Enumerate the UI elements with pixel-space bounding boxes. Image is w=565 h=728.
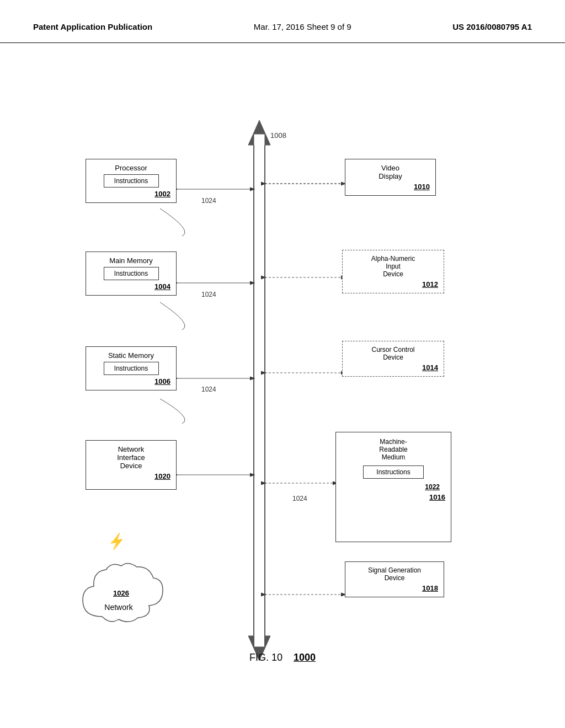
page-header: Patent Application Publication Mar. 17, …: [0, 0, 565, 43]
svg-text:1024: 1024: [201, 291, 216, 298]
machine-number: 1016: [342, 493, 445, 501]
video-box: VideoDisplay 1010: [345, 159, 436, 196]
header-publication: Patent Application Publication: [33, 22, 152, 31]
netif-box: NetworkInterfaceDevice 1020: [86, 440, 177, 490]
processor-instructions: Instructions: [104, 174, 159, 188]
netif-number: 1020: [92, 472, 170, 480]
staticmem-instructions: Instructions: [104, 362, 159, 375]
machine-title: Machine-ReadableMedium: [342, 438, 445, 461]
machine-box-outer: Machine-ReadableMedium Instructions 1022…: [335, 432, 451, 542]
signal-title: Signal GenerationDevice: [351, 566, 438, 582]
header-patent-number: US 2016/0080795 A1: [452, 22, 532, 31]
svg-marker-0: [248, 120, 270, 145]
cursor-number: 1014: [348, 363, 438, 372]
svg-text:1024: 1024: [201, 386, 216, 393]
alpha-box: Alpha-NumericInputDevice 1012: [342, 250, 444, 293]
mainmem-title: Main Memory: [92, 256, 170, 265]
diagram-container: 1008 1024 1024 1024 1024: [0, 49, 565, 672]
cursor-title: Cursor ControlDevice: [348, 346, 438, 361]
video-number: 1010: [351, 183, 430, 191]
staticmem-title: Static Memory: [92, 351, 170, 360]
machine-instructions: Instructions: [363, 465, 424, 479]
signal-box: Signal GenerationDevice 1018: [345, 561, 444, 597]
cursor-box: Cursor ControlDevice 1014: [342, 341, 444, 377]
figure-caption: FIG. 10 1000: [249, 652, 316, 663]
svg-text:1024: 1024: [292, 495, 307, 502]
staticmem-box: Static Memory Instructions 1006: [86, 346, 177, 390]
signal-number: 1018: [351, 584, 438, 592]
netif-title: NetworkInterfaceDevice: [92, 445, 170, 470]
processor-box: Processor Instructions 1002: [86, 159, 177, 203]
svg-text:1024: 1024: [201, 197, 216, 205]
lightning-icon: ⚡: [106, 531, 127, 551]
fig-number: 1000: [294, 652, 316, 663]
mainmem-instructions: Instructions: [104, 267, 159, 280]
network-number: 1026: [113, 589, 129, 597]
machine-inner-number: 1022: [342, 483, 445, 491]
mainmem-box: Main Memory Instructions 1004: [86, 251, 177, 296]
fig-label: FIG. 10: [249, 652, 282, 663]
video-title: VideoDisplay: [351, 164, 430, 180]
staticmem-number: 1006: [92, 377, 170, 386]
svg-text:1008: 1008: [270, 131, 286, 140]
processor-title: Processor: [92, 164, 170, 172]
processor-number: 1002: [92, 190, 170, 198]
alpha-title: Alpha-NumericInputDevice: [348, 255, 438, 278]
network-label: Network: [97, 603, 141, 612]
header-date-sheet: Mar. 17, 2016 Sheet 9 of 9: [254, 22, 351, 31]
mainmem-number: 1004: [92, 282, 170, 291]
alpha-number: 1012: [348, 280, 438, 288]
